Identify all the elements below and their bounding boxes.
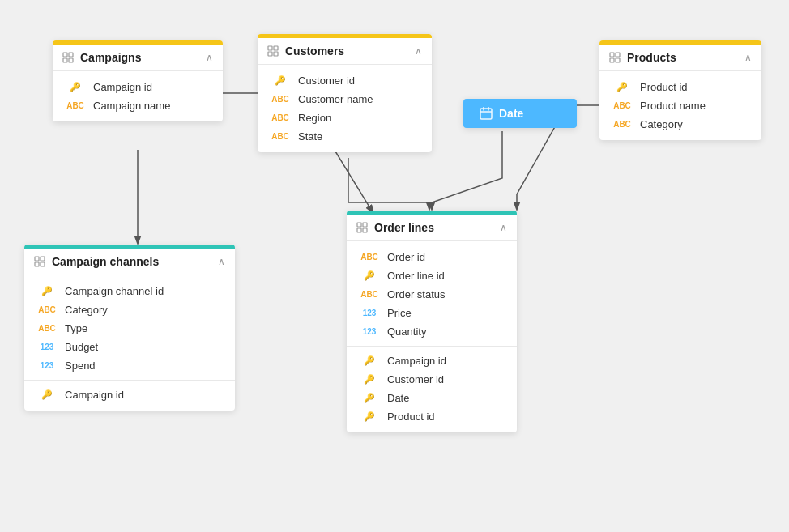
campaigns-grid-icon — [62, 52, 74, 63]
svg-rect-11 — [610, 58, 614, 62]
field-order-line-id: 🔑 Order line id — [347, 266, 517, 285]
key-icon: 🔑 — [64, 82, 87, 92]
abc-badge: ABC — [358, 253, 381, 262]
order-lines-chevron[interactable]: ∧ — [500, 222, 507, 233]
field-label: Type — [65, 322, 87, 334]
svg-rect-20 — [41, 262, 45, 266]
campaigns-chevron[interactable]: ∧ — [206, 52, 213, 63]
svg-rect-18 — [41, 257, 45, 261]
field-price: 123 Price — [347, 304, 517, 322]
campaign-channels-table: Campaign channels ∧ 🔑 Campaign channel i… — [24, 245, 235, 411]
customers-table: Customers ∧ 🔑 Customer id ABC Customer n… — [258, 34, 432, 152]
campaign-channels-body: 🔑 Campaign channel id ABC Category ABC T… — [24, 275, 235, 411]
field-campaign-channel-id: 🔑 Campaign channel id — [24, 282, 235, 300]
field-customer-id: 🔑 Customer id — [258, 71, 432, 90]
campaigns-body: 🔑 Campaign id ABC Campaign name — [53, 71, 223, 121]
order-lines-table: Order lines ∧ ABC Order id 🔑 Order line … — [347, 211, 517, 432]
abc-badge: ABC — [611, 120, 633, 129]
date-calendar-icon — [480, 107, 493, 120]
svg-rect-19 — [35, 262, 39, 266]
key-icon: 🔑 — [358, 355, 381, 366]
field-campaign-name: ABC Campaign name — [53, 96, 223, 115]
key-icon: 🔑 — [269, 75, 292, 86]
field-label: Order status — [387, 288, 446, 300]
svg-rect-12 — [616, 58, 620, 62]
key-icon: 🔑 — [36, 389, 58, 400]
123-badge: 123 — [36, 343, 58, 351]
campaign-channels-chevron[interactable]: ∧ — [218, 256, 225, 267]
svg-rect-4 — [69, 58, 73, 62]
svg-rect-10 — [616, 53, 620, 57]
order-lines-grid-icon — [356, 222, 368, 233]
svg-rect-7 — [268, 52, 272, 56]
svg-rect-22 — [363, 223, 367, 227]
key-icon: 🔑 — [358, 374, 381, 385]
abc-badge: ABC — [64, 101, 87, 110]
field-type: ABC Type — [24, 319, 235, 338]
products-title: Products — [627, 51, 676, 64]
order-lines-title: Order lines — [374, 221, 434, 234]
campaigns-table: Campaigns ∧ 🔑 Campaign id ABC Campaign n… — [53, 40, 223, 121]
campaign-channels-header: Campaign channels ∧ — [24, 249, 235, 275]
field-label: Order line id — [387, 270, 445, 282]
field-label: Budget — [65, 341, 98, 353]
svg-rect-5 — [268, 46, 272, 50]
field-campaign-id-fk: 🔑 Campaign id — [24, 385, 235, 404]
field-label: Spend — [65, 360, 96, 372]
field-product-name: ABC Product name — [599, 96, 761, 115]
svg-rect-6 — [274, 46, 278, 50]
svg-rect-3 — [63, 58, 67, 62]
products-header: Products ∧ — [599, 45, 761, 71]
field-campaign-id: 🔑 Campaign id — [53, 78, 223, 96]
field-label: Product id — [387, 411, 435, 423]
abc-badge: ABC — [269, 132, 292, 141]
field-order-id: ABC Order id — [347, 248, 517, 266]
svg-rect-13 — [480, 109, 492, 119]
svg-rect-1 — [63, 53, 67, 57]
abc-badge: ABC — [36, 305, 58, 314]
field-label: Campaign id — [65, 389, 124, 401]
field-customer-id-fk: 🔑 Customer id — [347, 370, 517, 389]
field-spend: 123 Spend — [24, 356, 235, 375]
field-label: Customer name — [298, 93, 373, 105]
field-label: Quantity — [387, 326, 426, 338]
key-icon: 🔑 — [36, 286, 58, 296]
order-lines-title-group: Order lines — [356, 221, 434, 234]
key-icon: 🔑 — [358, 393, 381, 403]
products-table: Products ∧ 🔑 Product id ABC Product name… — [599, 40, 761, 140]
date-table: Date — [463, 99, 577, 128]
svg-rect-17 — [35, 257, 39, 261]
field-budget: 123 Budget — [24, 338, 235, 356]
field-label: Product id — [640, 81, 688, 93]
abc-badge: ABC — [269, 95, 292, 104]
field-quantity: 123 Quantity — [347, 322, 517, 341]
field-label: Campaign name — [93, 100, 170, 112]
svg-rect-24 — [363, 228, 367, 232]
campaigns-header: Campaigns ∧ — [53, 45, 223, 71]
field-category: ABC Category — [24, 300, 235, 319]
field-category: ABC Category — [599, 115, 761, 134]
123-badge: 123 — [358, 327, 381, 336]
customers-header: Customers ∧ — [258, 38, 432, 65]
field-region: ABC Region — [258, 109, 432, 127]
field-product-id-fk: 🔑 Product id — [347, 407, 517, 426]
svg-rect-21 — [357, 223, 361, 227]
key-icon: 🔑 — [358, 411, 381, 422]
field-state: ABC State — [258, 127, 432, 146]
svg-rect-8 — [274, 52, 278, 56]
customers-body: 🔑 Customer id ABC Customer name ABC Regi… — [258, 65, 432, 152]
field-label: Campaign channel id — [65, 285, 164, 297]
customers-chevron[interactable]: ∧ — [415, 45, 422, 57]
field-date-fk: 🔑 Date — [347, 389, 517, 407]
campaign-channels-grid-icon — [34, 256, 45, 267]
abc-badge: ABC — [36, 324, 58, 333]
123-badge: 123 — [36, 361, 58, 370]
products-body: 🔑 Product id ABC Product name ABC Catego… — [599, 71, 761, 140]
products-chevron[interactable]: ∧ — [744, 52, 752, 63]
field-label: Customer id — [387, 373, 444, 385]
field-label: Order id — [387, 251, 425, 263]
svg-rect-2 — [69, 53, 73, 57]
field-customer-name: ABC Customer name — [258, 90, 432, 109]
abc-badge: ABC — [611, 101, 633, 110]
123-badge: 123 — [358, 309, 381, 317]
